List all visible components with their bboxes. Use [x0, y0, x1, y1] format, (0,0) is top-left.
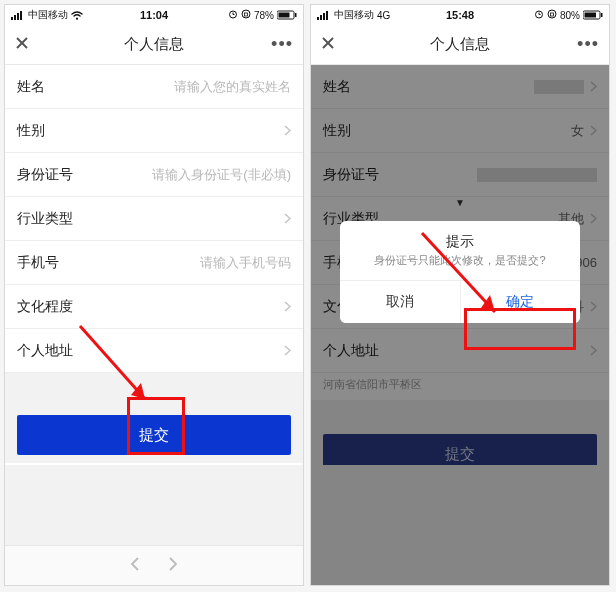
svg-point-24: [548, 10, 556, 18]
chevron-right-icon: [284, 345, 291, 356]
status-bar: 中国移动 11:04 78%: [5, 5, 303, 25]
svg-rect-11: [279, 13, 290, 18]
confirm-dialog: 提示 身份证号只能此次修改，是否提交? 取消 确定: [340, 221, 580, 323]
field-industry[interactable]: 行业类型: [5, 197, 303, 241]
modal-overlay: [311, 65, 609, 585]
bottom-nav: [5, 545, 303, 585]
chevron-right-icon: [284, 301, 291, 312]
spacer: [5, 373, 303, 399]
field-name[interactable]: 姓名 请输入您的真实姓名: [5, 65, 303, 109]
field-id[interactable]: 身份证号 请输入身份证号(非必填): [5, 153, 303, 197]
carrier-label: 中国移动: [28, 8, 68, 22]
nav-back-icon[interactable]: [129, 556, 140, 576]
status-bar: 中国移动 4G 15:48 80%: [311, 5, 609, 25]
svg-rect-27: [585, 13, 597, 18]
svg-rect-28: [601, 13, 603, 17]
blank-area: [5, 465, 303, 545]
rotation-lock-icon: [241, 9, 251, 21]
field-label: 性别: [17, 122, 45, 140]
rotation-lock-icon: [547, 9, 557, 21]
field-label: 身份证号: [17, 166, 73, 184]
page-title: 个人信息: [311, 35, 609, 54]
svg-rect-17: [317, 17, 319, 20]
battery-pct: 78%: [254, 10, 274, 21]
more-icon[interactable]: •••: [575, 34, 599, 55]
cancel-button[interactable]: 取消: [340, 281, 460, 323]
field-label: 姓名: [17, 78, 45, 96]
chevron-right-icon: [284, 213, 291, 224]
svg-rect-1: [14, 15, 16, 20]
svg-point-4: [76, 17, 78, 19]
chevron-right-icon: [284, 125, 291, 136]
svg-rect-25: [550, 13, 553, 16]
svg-rect-18: [320, 15, 322, 20]
field-label: 行业类型: [17, 210, 73, 228]
svg-rect-12: [295, 13, 297, 17]
battery-pct: 80%: [560, 10, 580, 21]
nav-forward-icon[interactable]: [168, 556, 179, 576]
signal-bars-icon: [11, 11, 25, 20]
svg-rect-3: [20, 11, 22, 20]
submit-area: 提交: [5, 399, 303, 463]
nav-bar: 个人信息 •••: [311, 25, 609, 65]
field-placeholder: 请输入您的真实姓名: [174, 78, 291, 96]
phone-right: 中国移动 4G 15:48 80%: [310, 4, 610, 586]
field-education[interactable]: 文化程度: [5, 285, 303, 329]
svg-point-8: [242, 10, 250, 18]
svg-rect-9: [244, 13, 247, 16]
alarm-icon: [228, 9, 238, 21]
confirm-button[interactable]: 确定: [460, 281, 581, 323]
more-icon[interactable]: •••: [269, 34, 293, 55]
field-label: 个人地址: [17, 342, 73, 360]
svg-rect-20: [326, 11, 328, 20]
svg-rect-0: [11, 17, 13, 20]
form: 姓名 请输入您的真实姓名 性别 身份证号 请输入身份证号(非必填) 行业类型 手…: [5, 65, 303, 373]
field-label: 手机号: [17, 254, 59, 272]
field-phone[interactable]: 手机号 请输入手机号码: [5, 241, 303, 285]
submit-button[interactable]: 提交: [17, 415, 291, 455]
signal-bars-icon: [317, 11, 331, 20]
close-icon[interactable]: [321, 34, 345, 55]
field-gender[interactable]: 性别: [5, 109, 303, 153]
battery-icon: [277, 10, 297, 20]
network-label: 4G: [377, 10, 390, 21]
svg-rect-2: [17, 13, 19, 20]
field-label: 文化程度: [17, 298, 73, 316]
alarm-icon: [534, 9, 544, 21]
field-address[interactable]: 个人地址: [5, 329, 303, 373]
battery-icon: [583, 10, 603, 20]
page-title: 个人信息: [5, 35, 303, 54]
phone-left: 中国移动 11:04 78%: [4, 4, 304, 586]
dialog-message: 身份证号只能此次修改，是否提交?: [340, 253, 580, 280]
field-placeholder: 请输入身份证号(非必填): [152, 166, 291, 184]
dialog-title: 提示: [340, 221, 580, 253]
field-placeholder: 请输入手机号码: [200, 254, 291, 272]
svg-rect-19: [323, 13, 325, 20]
nav-bar: 个人信息 •••: [5, 25, 303, 65]
carrier-label: 中国移动: [334, 8, 374, 22]
wifi-icon: [71, 11, 83, 20]
close-icon[interactable]: [15, 34, 39, 55]
